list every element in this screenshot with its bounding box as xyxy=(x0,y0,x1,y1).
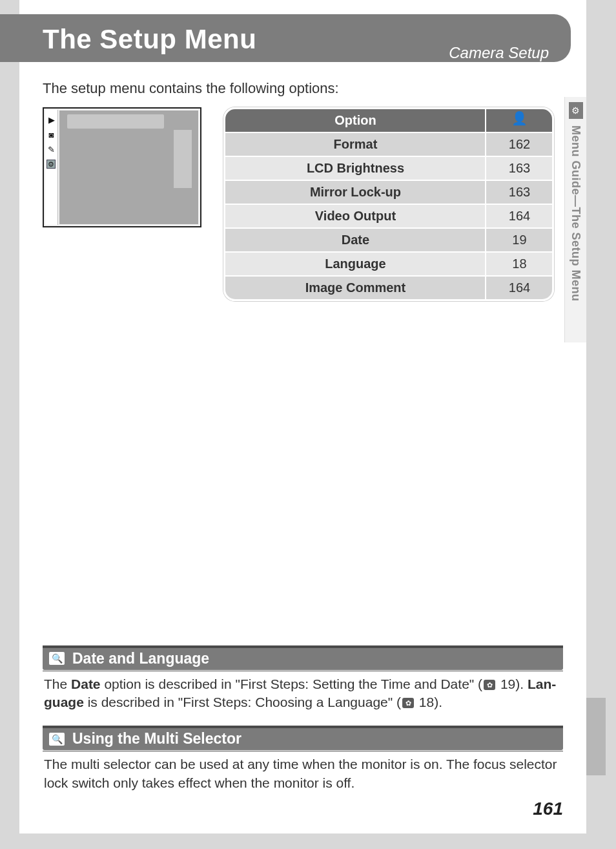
table-row: Video Output 164 xyxy=(225,204,552,227)
table-row: Language 18 xyxy=(225,251,552,275)
option-page: 19 xyxy=(486,229,552,251)
intro-text: The setup menu contains the following op… xyxy=(43,80,563,97)
person-page-icon: 👤 xyxy=(511,112,528,125)
table-row: Image Comment 164 xyxy=(225,275,552,299)
option-label: Format xyxy=(225,133,486,156)
note-heading: 🔍 Date and Language xyxy=(43,648,563,670)
page-ref-icon: ✿ xyxy=(402,698,414,708)
option-label: Mirror Lock-up xyxy=(225,181,486,204)
note-body: The Date option is described in "First S… xyxy=(43,671,563,712)
option-page: 162 xyxy=(486,133,552,156)
setup-icon: ⚙ xyxy=(46,160,56,169)
option-label: Date xyxy=(225,229,486,251)
option-label: Image Comment xyxy=(225,277,486,299)
table-row: Date 19 xyxy=(225,227,552,251)
manual-page: The Setup Menu Camera Setup The setup me… xyxy=(19,0,586,833)
magnify-icon: 🔍 xyxy=(49,733,65,746)
page-thumb-index xyxy=(586,698,606,775)
option-page: 163 xyxy=(486,157,552,180)
page-subtitle: Camera Setup xyxy=(0,44,571,62)
pencil-icon: ✎ xyxy=(46,145,56,154)
page-ref-icon: ✿ xyxy=(484,680,495,690)
header-page-icon: 👤 xyxy=(486,109,552,132)
table-row: Mirror Lock-up 163 xyxy=(225,180,552,204)
option-label: LCD Brightness xyxy=(225,157,486,180)
lcd-scroll-tab xyxy=(174,130,192,188)
content-row: ▶ ◙ ✎ ⚙ Option 👤 Format 162 LCD Brightne… xyxy=(43,107,563,301)
option-page: 163 xyxy=(486,181,552,204)
option-page: 164 xyxy=(486,277,552,299)
note-multi-selector: 🔍 Using the Multi Selector The multi sel… xyxy=(43,726,563,792)
header-option: Option xyxy=(225,109,486,132)
camera-icon: ◙ xyxy=(46,130,56,140)
side-tab-label: Menu Guide—The Setup Menu xyxy=(569,125,582,302)
wrench-icon: ⚙ xyxy=(569,102,583,119)
footnotes: 🔍 Date and Language The Date option is d… xyxy=(43,636,563,819)
side-tab: ⚙ Menu Guide—The Setup Menu xyxy=(564,97,586,342)
table-row: LCD Brightness 163 xyxy=(225,156,552,180)
options-table: Option 👤 Format 162 LCD Brightness 163 M… xyxy=(223,107,554,301)
note-title: Using the Multi Selector xyxy=(72,730,241,748)
page-number: 161 xyxy=(43,799,563,819)
note-date-language: 🔍 Date and Language The Date option is d… xyxy=(43,645,563,712)
lcd-menu-strip: ▶ ◙ ✎ ⚙ xyxy=(45,110,58,225)
lcd-thumbnail: ▶ ◙ ✎ ⚙ xyxy=(43,107,201,227)
playback-icon: ▶ xyxy=(46,115,56,125)
note-heading: 🔍 Using the Multi Selector xyxy=(43,728,563,750)
lcd-highlight xyxy=(67,114,164,129)
lcd-body xyxy=(59,110,198,224)
option-page: 18 xyxy=(486,253,552,275)
magnify-icon: 🔍 xyxy=(49,652,65,665)
option-label: Video Output xyxy=(225,205,486,227)
option-page: 164 xyxy=(486,205,552,227)
note-body: The multi selector can be used at any ti… xyxy=(43,751,563,792)
option-label: Language xyxy=(225,253,486,275)
table-row: Format 162 xyxy=(225,132,552,156)
note-title: Date and Language xyxy=(72,650,209,667)
options-table-header: Option 👤 xyxy=(225,109,552,132)
